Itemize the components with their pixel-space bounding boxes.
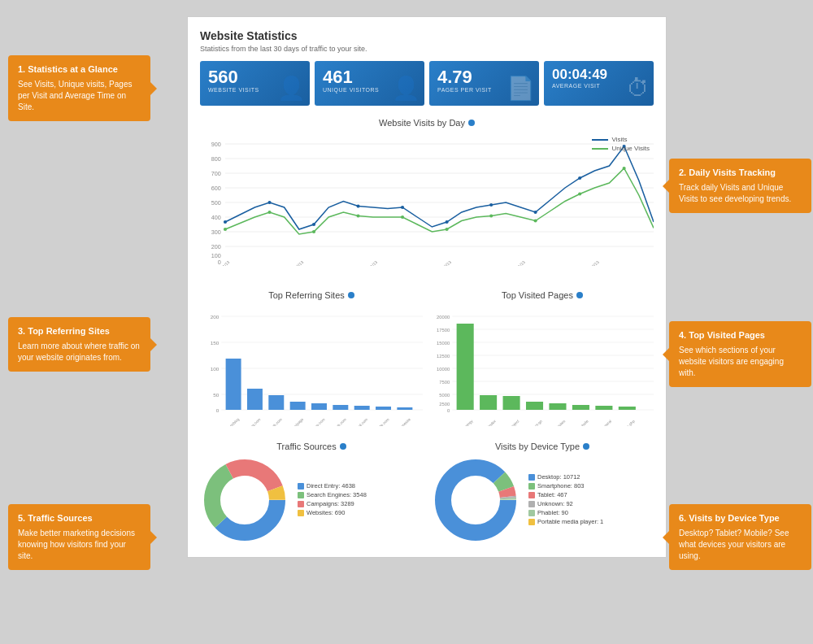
legend-color-campaigns [298, 501, 304, 507]
svg-rect-59 [333, 405, 348, 410]
callout-3-title: 3. Top Referring Sites [18, 325, 141, 337]
svg-point-20 [312, 223, 315, 226]
svg-point-23 [446, 220, 449, 224]
dashboard: Website Statistics Statistics from the l… [187, 16, 667, 558]
svg-rect-95 [595, 406, 612, 410]
traffic-sources-container: Direct Entry: 4638 Search Engines: 3548 … [200, 455, 423, 545]
svg-rect-96 [619, 407, 636, 410]
device-type-container: Desktop: 10712 Smartphone: 803 Tablet: 4… [431, 455, 654, 545]
dashboard-subtitle: Statistics from the last 30 days of traf… [200, 45, 654, 53]
callout-4-body: See which sections of your website visit… [679, 346, 784, 377]
stat-pages-icon: 📄 [506, 75, 535, 102]
svg-point-35 [534, 220, 537, 223]
legend-label-tablet: Tablet: 467 [537, 491, 567, 498]
svg-text:about-us.php: about-us.php [617, 419, 636, 426]
legend-unique-label: Unique Visits [611, 145, 650, 152]
line-chart-svg: 900 800 700 600 500 400 300 200 100 0 10… [200, 132, 654, 266]
svg-text:bing.deal.com: bing.deal.com [349, 417, 369, 426]
stat-visits-icon: 👤 [277, 75, 306, 102]
svg-text:100: 100 [211, 366, 220, 372]
svg-text:300: 300 [211, 229, 221, 236]
svg-point-37 [623, 167, 626, 170]
svg-point-115 [453, 477, 498, 523]
referring-dot [348, 292, 354, 298]
svg-rect-56 [268, 395, 284, 410]
referring-chart-svg: 200 150 100 50 0 [200, 304, 423, 426]
legend-color-websites [298, 510, 304, 516]
legend-label-direct: Direct Entry: 4638 [307, 482, 355, 490]
legend-label-media: Portable media player: 1 [537, 518, 603, 525]
legend-label-desktop: Desktop: 10712 [537, 473, 580, 481]
svg-rect-94 [572, 405, 589, 410]
callout-6-body: Desktop? Tablet? Mobile? See what device… [679, 529, 789, 560]
callout-5-title: 5. Traffic Sources [18, 512, 141, 524]
svg-rect-61 [376, 407, 391, 410]
svg-text:10/16/13: 10/16/13 [437, 259, 453, 266]
page-wrapper: 1. Statistics at a Glance See Visits, Un… [0, 0, 813, 644]
callout-2: 2. Daily Visits Tracking Track daily Vis… [669, 159, 811, 213]
line-chart-dot [468, 120, 475, 126]
callout-6-title: 6. Visits by Device Type [679, 512, 802, 524]
svg-rect-55 [247, 389, 263, 410]
line-chart-legend: Visits Unique Visits [592, 136, 650, 154]
line-chart-container: Visits Unique Visits [200, 132, 654, 278]
svg-rect-91 [503, 396, 520, 410]
callout-1: 1. Statistics at a Glance See Visits, Un… [8, 55, 150, 121]
svg-text:200: 200 [211, 314, 220, 320]
legend-label-smartphone: Smartphone: 803 [537, 482, 585, 490]
svg-text:10/11/13: 10/11/13 [363, 259, 379, 266]
callout-3-body: Learn more about where traffic on your w… [18, 342, 140, 362]
callout-5-body: Make better marketing decisions knowing … [18, 529, 135, 560]
referring-section: Top Referring Sites 200 150 100 50 0 [200, 290, 423, 429]
svg-text:700: 700 [211, 171, 221, 177]
legend-visits-label: Visits [611, 136, 627, 143]
svg-text:2500: 2500 [439, 402, 450, 407]
callout-3: 3. Top Referring Sites Learn more about … [8, 317, 150, 372]
legend-color-search [298, 492, 304, 498]
svg-text:17500: 17500 [437, 328, 450, 333]
svg-text:7500: 7500 [439, 380, 450, 385]
callout-2-body: Track daily Visits and Unique Visits to … [679, 183, 791, 203]
svg-text:400: 400 [211, 215, 221, 221]
svg-text:200: 200 [211, 244, 221, 250]
svg-text:900: 900 [211, 141, 221, 148]
svg-point-29 [267, 211, 271, 214]
svg-text:www.bing.com: www.bing.com [241, 417, 261, 426]
svg-text:10/21/13: 10/21/13 [511, 259, 526, 266]
callout-1-body: See Visits, Unique visits, Pages per Vis… [18, 80, 132, 111]
stat-boxes: 560 WEBSITE VISITS 👤 461 UNIQUE VISITORS… [200, 61, 654, 106]
traffic-sources-title: Traffic Sources [200, 442, 423, 451]
legend-color-desktop [528, 474, 535, 481]
svg-text:5000: 5000 [439, 393, 450, 398]
svg-point-21 [357, 205, 360, 208]
svg-text:500: 500 [211, 200, 221, 207]
svg-point-36 [578, 193, 581, 196]
legend-color-media [528, 519, 535, 525]
legend-color-smartphone [528, 483, 535, 490]
callout-4-title: 4. Top Visited Pages [679, 329, 802, 342]
svg-text:sub-website: sub-website [572, 419, 589, 426]
referring-title: Top Referring Sites [200, 290, 423, 300]
svg-text:20000: 20000 [437, 315, 450, 320]
traffic-sources-legend: Direct Entry: 4638 Search Engines: 3548 … [298, 482, 367, 518]
callout-4: 4. Top Visited Pages See which sections … [669, 321, 811, 387]
svg-text:0: 0 [447, 408, 450, 413]
legend-color-direct [298, 483, 304, 490]
svg-point-22 [401, 206, 404, 209]
stat-avg-icon: ⏱ [627, 75, 650, 102]
svg-point-24 [489, 203, 493, 207]
svg-text:direct-go: direct-go [529, 419, 543, 426]
callout-2-title: 2. Daily Visits Tracking [679, 167, 802, 179]
svg-text:15000: 15000 [437, 341, 450, 346]
svg-point-32 [401, 215, 404, 219]
svg-rect-62 [397, 407, 412, 410]
stat-unique-icon: 👤 [392, 75, 420, 102]
legend-unique-line [592, 148, 608, 150]
svg-point-19 [267, 201, 271, 204]
svg-point-34 [489, 215, 493, 218]
svg-text:cloud.somesite: cloud.somesite [390, 417, 411, 426]
legend-unique: Unique Visits [592, 145, 650, 152]
legend-label-phablet: Phablet: 90 [537, 509, 568, 516]
svg-rect-90 [480, 395, 497, 410]
callout-5: 5. Traffic Sources Make better marketing… [8, 504, 150, 570]
